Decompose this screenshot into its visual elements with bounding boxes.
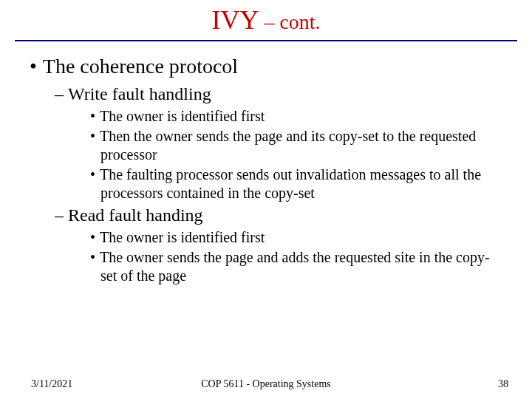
bullet-level3: •The faulting processor sends out invali… <box>21 166 511 202</box>
slide-body: •The coherence protocol –Write fault han… <box>0 41 532 285</box>
title-main: IVY <box>211 5 259 35</box>
dash-icon: – <box>55 84 68 103</box>
bullet-dot-icon: • <box>90 108 100 124</box>
bullet-level2-text: Write fault handling <box>68 84 211 103</box>
bullet-level3-text: The owner is identified first <box>100 108 265 124</box>
bullet-level3-text: The faulting processor sends out invalid… <box>100 166 481 201</box>
bullet-level3: •The owner sends the page and adds the r… <box>21 248 511 285</box>
bullet-level2-text: Read fault handing <box>68 205 203 225</box>
dash-icon: – <box>55 205 68 225</box>
footer-course: COP 5611 - Operating Systems <box>0 378 532 390</box>
bullet-level2: –Write fault handling <box>21 84 511 104</box>
bullet-level3: •The owner is identified first <box>21 107 511 126</box>
bullet-dot-icon: • <box>90 249 100 265</box>
bullet-dot-icon: • <box>90 229 100 245</box>
footer-date: 3/11/2021 <box>31 378 72 390</box>
bullet-dot-icon: • <box>90 166 100 183</box>
bullet-level3-text: The owner is identified first <box>100 229 265 245</box>
bullet-level3: •Then the owner sends the page and its c… <box>21 127 511 164</box>
bullet-dot-icon: • <box>90 128 100 144</box>
bullet-level1: •The coherence protocol <box>21 55 511 78</box>
bullet-level2: –Read fault handing <box>21 205 511 225</box>
bullet-level3: •The owner is identified first <box>21 228 511 247</box>
slide-title: IVY – cont. <box>0 0 532 35</box>
bullet-level1-text: The coherence protocol <box>43 55 238 78</box>
bullet-level3-text: Then the owner sends the page and its co… <box>100 128 476 163</box>
title-suffix: – cont. <box>259 10 320 33</box>
bullet-dot-icon: • <box>30 55 43 78</box>
slide: IVY – cont. •The coherence protocol –Wri… <box>0 0 532 399</box>
slide-footer: 3/11/2021 COP 5611 - Operating Systems 3… <box>0 378 532 390</box>
footer-page-number: 38 <box>498 378 508 390</box>
bullet-level3-text: The owner sends the page and adds the re… <box>100 249 490 284</box>
